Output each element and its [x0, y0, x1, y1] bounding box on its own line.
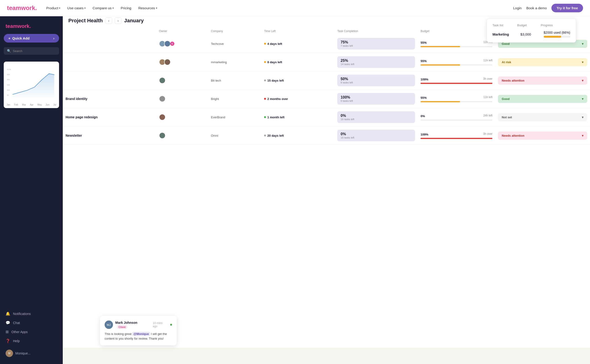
col-project — [63, 28, 156, 35]
svg-text:$0: $0 — [7, 94, 9, 96]
health-cell: Not set ▾ — [495, 108, 590, 126]
owner-cell — [156, 71, 208, 90]
prev-month-button[interactable]: ‹ — [105, 17, 112, 24]
sidebar-nav: 🔔 Notifications 💬 Chat ⊞ Other Apps ❓ He… — [0, 309, 63, 348]
nav-resources[interactable]: Resources ▾ — [138, 6, 157, 10]
nav-product[interactable]: Product ▾ — [46, 6, 60, 10]
project-name: Newsletter — [65, 134, 82, 137]
budget-cell: 55% 11h left — [418, 90, 495, 108]
task-completion-cell: 0% 16 tasks left — [335, 126, 418, 145]
login-link[interactable]: Login — [513, 6, 522, 10]
owner-avatars — [159, 77, 164, 84]
chevron-down-icon: ▾ — [582, 42, 584, 46]
svg-text:$6k: $6k — [7, 78, 10, 81]
health-cell: Needs attention ▾ — [495, 71, 590, 90]
sidebar-item-help[interactable]: ❓ Help — [2, 336, 61, 345]
project-name-cell — [63, 35, 156, 53]
health-badge[interactable]: Needs attention ▾ — [498, 131, 587, 140]
chart-x-labels: Jan Feb Mar Apr May Jun Jul — [6, 104, 56, 106]
chevron-down-icon: ▾ — [582, 79, 584, 82]
book-demo-link[interactable]: Book a demo — [526, 6, 547, 10]
chevron-down-icon: ▾ — [582, 116, 584, 119]
health-badge[interactable]: At risk ▾ — [498, 58, 587, 66]
project-name-cell: Home page redesign — [63, 108, 156, 126]
client-badge: Client — [117, 325, 128, 329]
task-pct: 0% — [341, 114, 412, 118]
task-sub: 14 tasks left — [341, 63, 412, 65]
col-time-left: Time Left — [261, 28, 335, 35]
budget-bar — [421, 101, 492, 102]
sidebar-chart: $10k $8k $6k $4k $2k $0 Jan Feb Mar Apr … — [4, 62, 59, 108]
project-name: Home page redesign — [65, 115, 98, 119]
next-month-button[interactable]: › — [115, 17, 121, 24]
budget-bar-fill — [421, 83, 492, 84]
svg-text:$8k: $8k — [7, 73, 10, 76]
time-left-text: 4 days left — [267, 42, 282, 46]
chevron-down-icon: ▾ — [582, 134, 584, 137]
chevron-right-icon: › — [53, 36, 54, 40]
task-completion-cell: 50% 8 tasks left — [335, 71, 418, 90]
owner-cell — [156, 126, 208, 145]
health-label: Needs attention — [502, 134, 525, 137]
budget-right: 11h left — [483, 59, 492, 62]
time-left-text: 20 days left — [267, 134, 284, 137]
health-badge[interactable]: Needs attention ▾ — [498, 77, 587, 84]
col-owner: Owner — [156, 28, 208, 35]
project-name: Brand identity — [65, 97, 87, 101]
task-sub: 7 tasks left — [341, 44, 412, 47]
task-pct: 100% — [341, 95, 412, 99]
avatar — [164, 40, 171, 47]
owner-cell — [156, 53, 208, 71]
budget-bar — [421, 64, 492, 65]
mention: @Monique — [132, 332, 150, 336]
avatar — [164, 59, 171, 65]
sidebar-item-chat[interactable]: 💬 Chat — [2, 318, 61, 327]
table-row: Brand identity Bright 2 months over 100%… — [63, 90, 590, 108]
grid-icon: ⊞ — [6, 330, 9, 334]
sidebar-logo: teamwork. — [0, 21, 63, 34]
task-pct: 50% — [341, 77, 412, 81]
col-task-completion: Task Completion — [335, 28, 418, 35]
health-badge[interactable]: Not set ▾ — [498, 113, 587, 121]
page-title: Project Health — [68, 18, 103, 24]
budget-right: 24h left — [483, 114, 492, 117]
health-label: Needs attention — [502, 79, 525, 82]
sidebar-user-profile[interactable]: M Monique... — [2, 347, 61, 348]
nav-pricing[interactable]: Pricing — [121, 6, 131, 10]
budget-pct: 55% — [421, 96, 427, 99]
try-free-button[interactable]: Try it for free — [551, 4, 583, 12]
avatar — [159, 114, 166, 120]
revenue-chart: $10k $8k $6k $4k $2k $0 — [6, 64, 56, 102]
chat-icon: 💬 — [6, 320, 10, 325]
time-left-cell: 8 days left — [261, 53, 335, 71]
quick-add-button[interactable]: + Quick Add › — [4, 34, 59, 43]
task-completion-cell: 25% 14 tasks left — [335, 53, 418, 71]
sidebar-item-notifications[interactable]: 🔔 Notifications — [2, 309, 61, 318]
time-dot — [264, 79, 266, 81]
task-sub: 16 tasks left — [341, 118, 412, 121]
time-dot — [264, 43, 266, 45]
budget-pct: 109% — [421, 78, 428, 81]
svg-text:$4k: $4k — [7, 84, 10, 86]
help-icon: ❓ — [6, 339, 10, 343]
chevron-down-icon: ▾ — [156, 7, 157, 9]
owner-avatars — [159, 132, 164, 139]
project-name-cell — [63, 53, 156, 71]
time-left-text: 8 days left — [267, 60, 282, 64]
nav-use-cases[interactable]: Use cases ▾ — [67, 6, 85, 10]
health-badge[interactable]: Good ▾ — [498, 95, 587, 103]
budget-bar-fill — [421, 138, 492, 139]
nav-compare[interactable]: Compare us ▾ — [92, 6, 114, 10]
health-cell: At risk ▾ — [495, 53, 590, 71]
sidebar-item-other-apps[interactable]: ⊞ Other Apps — [2, 327, 61, 336]
budget-bar — [421, 46, 492, 47]
owner-avatars — [159, 114, 164, 120]
avatar — [159, 132, 166, 139]
table-row: Home page redesign EverBrand 1 month lef… — [63, 108, 590, 126]
company-cell: Omni — [208, 126, 261, 145]
task-pct: 75% — [341, 40, 412, 44]
search-bar[interactable]: 🔍 Search — [4, 47, 59, 55]
budget-bar-fill — [421, 46, 460, 47]
svg-text:$10k: $10k — [7, 68, 11, 71]
project-name-cell — [63, 71, 156, 90]
